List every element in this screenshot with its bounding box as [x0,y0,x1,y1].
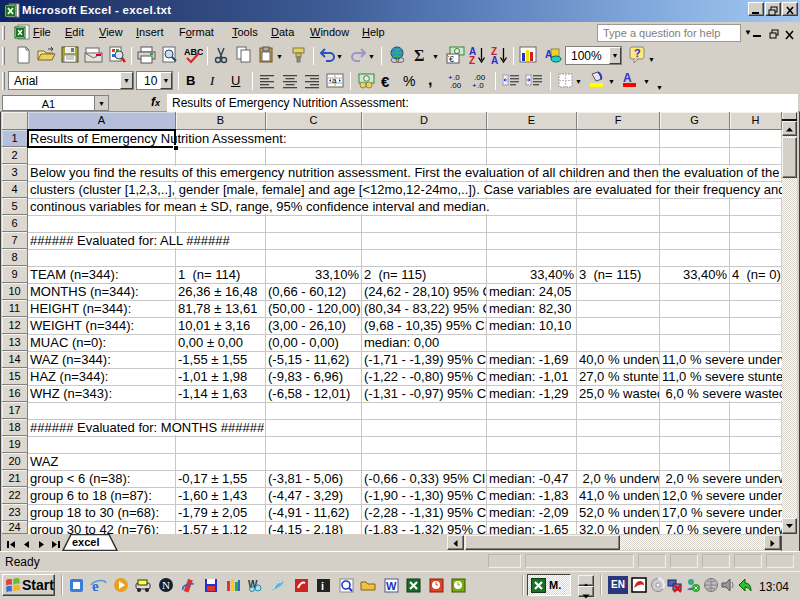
svg-text:i: i [321,580,324,592]
svg-text:a: a [332,76,337,85]
svg-text:ABC: ABC [184,47,203,57]
svg-text:Z: Z [469,55,475,64]
svg-text:?: ? [634,47,641,59]
svg-text:€: € [449,54,454,64]
svg-text:.00: .00 [450,81,462,90]
svg-text:A: A [491,55,498,64]
svg-text:W: W [386,580,397,592]
svg-text:N: N [162,579,170,591]
svg-text:A: A [623,71,632,85]
svg-text:Σ: Σ [414,47,424,64]
svg-text:.0: .0 [477,81,484,90]
